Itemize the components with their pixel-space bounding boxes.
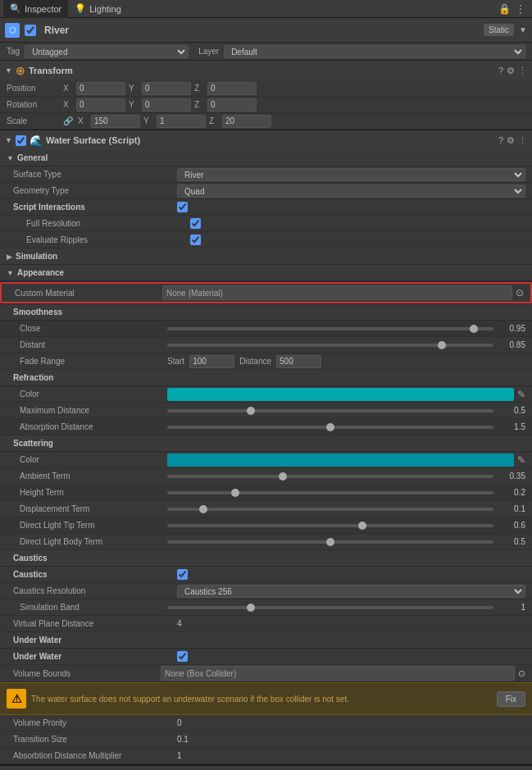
displacement-term-slider[interactable] xyxy=(167,508,493,511)
object-name-input[interactable] xyxy=(41,23,479,38)
lock-icon[interactable]: 🔒 xyxy=(498,3,511,15)
scattering-color-swatch[interactable] xyxy=(167,453,514,467)
water-surface-header[interactable]: ▼ 🌊 Water Surface (Script) ? ⚙ ⋮ xyxy=(0,130,532,150)
tab-lighting[interactable]: 💡 Lighting xyxy=(68,0,128,18)
scale-x-input[interactable] xyxy=(91,115,140,128)
caustics-enabled-label: Caustics xyxy=(13,570,177,579)
distant-smoothness-value: 0.85 xyxy=(497,340,525,349)
layer-dropdown[interactable]: Default xyxy=(224,45,525,58)
height-term-slider[interactable] xyxy=(167,491,493,494)
caustics-checkbox[interactable] xyxy=(177,569,188,580)
simulation-band-slider[interactable] xyxy=(167,606,493,609)
miscellaneous-section[interactable]: ▼ Miscellaneous xyxy=(0,765,532,770)
surface-type-row: Surface Type River xyxy=(0,166,532,183)
simulation-band-label: Simulation Band xyxy=(20,603,167,612)
direct-light-tip-label: Direct Light Tip Term xyxy=(20,521,167,530)
header-right-controls: 🔒 ⋮ xyxy=(498,3,529,15)
position-x-input[interactable] xyxy=(76,82,125,95)
custom-material-target-icon[interactable]: ⊙ xyxy=(516,287,524,298)
transition-size-label: Transition Size xyxy=(13,735,177,744)
transform-header[interactable]: ▼ ⊕ Transform ? ⚙ ⋮ xyxy=(0,61,532,80)
fade-distance-input[interactable] xyxy=(276,355,321,368)
water-surface-settings-icon[interactable]: ⚙ xyxy=(507,135,515,146)
rotation-x-input[interactable] xyxy=(76,98,125,112)
refraction-color-row: Color ✎ xyxy=(0,386,532,403)
virtual-plane-row: Virtual Plane Distance 4 xyxy=(0,616,532,632)
full-resolution-checkbox[interactable] xyxy=(190,218,201,229)
absorption-multiplier-label: Absorbtion Distance Multiplier xyxy=(13,751,177,760)
scattering-color-picker-icon[interactable]: ✎ xyxy=(517,454,525,466)
position-z-input[interactable] xyxy=(207,82,257,95)
transform-settings-icon[interactable]: ⚙ xyxy=(507,66,515,76)
script-interactions-value xyxy=(177,202,525,212)
fix-button[interactable]: Fix xyxy=(497,691,525,707)
simulation-section-header[interactable]: ▶ Simulation xyxy=(0,248,532,265)
position-row: Position X Y Z xyxy=(0,80,532,97)
tab-inspector[interactable]: 🔍 Inspector xyxy=(3,0,68,18)
static-button[interactable]: Static xyxy=(484,24,514,36)
water-surface-caret: ▼ xyxy=(5,136,12,144)
scale-y-input[interactable] xyxy=(157,115,206,128)
smoothness-section-header[interactable]: Smoothness xyxy=(0,304,532,321)
custom-material-value: ⊙ xyxy=(162,285,524,300)
appearance-section-header[interactable]: ▼ Appearance xyxy=(0,265,532,281)
max-distance-value: 0.5 xyxy=(497,406,525,415)
caustics-section-header[interactable]: Caustics xyxy=(0,550,532,567)
geometry-type-dropdown[interactable]: Quad xyxy=(177,185,525,198)
refraction-color-picker-icon[interactable]: ✎ xyxy=(517,389,525,400)
distant-smoothness-slider[interactable] xyxy=(167,344,493,347)
refraction-section-header[interactable]: Refraction xyxy=(0,370,532,386)
script-interactions-checkbox[interactable] xyxy=(177,202,188,212)
transition-size-value: 0.1 xyxy=(177,735,189,744)
lighting-icon: 💡 xyxy=(75,3,86,14)
absorption-distance-slider[interactable] xyxy=(167,426,493,429)
refraction-title: Refraction xyxy=(7,373,53,382)
custom-material-label: Custom Material xyxy=(15,289,162,298)
fade-start-input[interactable] xyxy=(189,355,234,368)
water-surface-menu-icon[interactable]: ⋮ xyxy=(518,135,527,146)
fade-range-fields: Start Distance xyxy=(167,355,525,368)
direct-light-body-value: 0.5 xyxy=(497,537,525,546)
layer-label: Layer xyxy=(198,47,219,56)
caustics-resolution-value: Caustics 256 xyxy=(177,585,525,598)
ambient-term-slider[interactable] xyxy=(167,475,493,478)
evaluate-ripples-checkbox[interactable] xyxy=(190,235,201,245)
max-distance-container: 0.5 xyxy=(167,406,525,415)
water-surface-help-icon[interactable]: ? xyxy=(498,135,503,145)
rotation-z-input[interactable] xyxy=(207,98,257,112)
max-distance-slider[interactable] xyxy=(167,409,493,412)
caustics-resolution-dropdown[interactable]: Caustics 256 xyxy=(177,585,525,598)
close-smoothness-slider[interactable] xyxy=(167,327,493,330)
menu-icon[interactable]: ⋮ xyxy=(516,3,525,15)
refraction-color-swatch[interactable] xyxy=(167,388,514,401)
static-dropdown-arrow[interactable]: ▼ xyxy=(519,25,527,34)
custom-material-input[interactable] xyxy=(162,285,512,300)
direct-light-body-label: Direct Light Body Term xyxy=(20,537,167,546)
volume-bounds-input[interactable] xyxy=(161,666,515,681)
position-y-input[interactable] xyxy=(142,82,191,95)
simulation-band-row: Simulation Band 1 xyxy=(0,599,532,616)
volume-bounds-target-icon[interactable]: ⊙ xyxy=(518,668,525,679)
refraction-color-swatch-container: ✎ xyxy=(167,388,525,401)
general-section-header[interactable]: ▼ General xyxy=(0,150,532,166)
distant-smoothness-container: 0.85 xyxy=(167,340,525,349)
scattering-section-header[interactable]: Scattering xyxy=(0,435,532,452)
under-water-checkbox[interactable] xyxy=(177,651,188,662)
surface-type-dropdown[interactable]: River xyxy=(177,168,525,181)
caustics-enabled-row: Caustics xyxy=(0,567,532,583)
water-surface-checkbox[interactable] xyxy=(16,135,26,146)
scale-z-input[interactable] xyxy=(222,115,271,128)
tag-label: Tag xyxy=(7,47,20,56)
direct-light-body-slider[interactable] xyxy=(167,540,493,544)
absorption-distance-value: 1.5 xyxy=(497,422,525,431)
object-active-checkbox[interactable] xyxy=(25,25,36,36)
direct-light-tip-slider[interactable] xyxy=(167,524,493,527)
transform-menu-icon[interactable]: ⋮ xyxy=(518,66,527,76)
tag-dropdown[interactable]: Untagged xyxy=(25,45,189,58)
scattering-title: Scattering xyxy=(7,439,53,448)
under-water-section-header[interactable]: Under Water xyxy=(0,632,532,649)
water-surface-component: ▼ 🌊 Water Surface (Script) ? ⚙ ⋮ ▼ Gener… xyxy=(0,130,532,765)
warning-row: ⚠ The water surface does not support an … xyxy=(0,682,532,715)
transform-help-icon[interactable]: ? xyxy=(498,66,503,75)
rotation-y-input[interactable] xyxy=(142,98,191,112)
